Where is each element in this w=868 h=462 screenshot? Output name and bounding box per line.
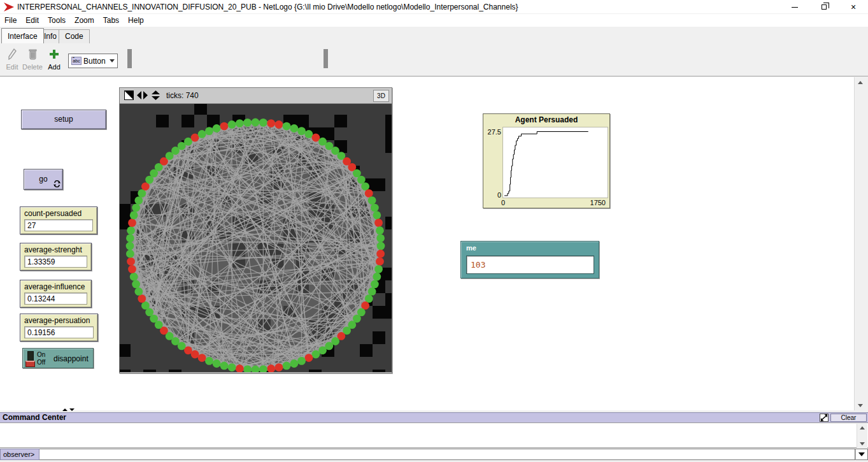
view-corner-icon[interactable] — [124, 90, 134, 100]
plot-agent-persuaded: Agent Persuaded 27.5 0 0 1750 — [483, 113, 610, 208]
command-center-header: Command Center Clear — [0, 412, 868, 422]
minimize-button[interactable] — [780, 0, 809, 14]
restore-icon — [822, 4, 827, 10]
window-title: INTERPERSONAL_CHANNELS_INNOVATION_DIFFUS… — [17, 3, 518, 11]
scroll-down-button[interactable] — [857, 440, 867, 448]
switch-off-label: Off — [37, 359, 45, 366]
command-input[interactable] — [39, 449, 855, 460]
menu-file[interactable]: File — [0, 14, 21, 27]
menu-bar: File Edit Tools Zoom Tabs Help — [0, 14, 868, 27]
forever-icon — [53, 180, 60, 187]
vertical-arrows-icon[interactable] — [151, 90, 160, 100]
chevron-down-icon — [858, 452, 865, 456]
toolbar-separator — [127, 49, 132, 68]
plot-line-canvas — [503, 127, 608, 198]
clear-button[interactable]: Clear — [830, 414, 867, 422]
input-label: me — [461, 242, 599, 252]
interface-canvas: setup go count-persuaded 27 average-stre… — [0, 77, 854, 410]
menu-edit[interactable]: Edit — [21, 14, 43, 27]
edit-widget-button[interactable]: Edit — [4, 48, 20, 71]
widget-type-select[interactable]: abc Button — [68, 54, 118, 68]
command-center-title: Command Center — [0, 413, 868, 422]
switch-handle[interactable] — [25, 361, 35, 367]
scroll-up-button[interactable] — [857, 424, 867, 432]
splitter-up-icon[interactable] — [62, 408, 68, 411]
netlogo-logo-icon — [4, 3, 14, 11]
main-vertical-scrollbar[interactable] — [854, 77, 866, 410]
tab-strip: Interface Info Code — [0, 28, 868, 43]
y-axis-max-label: 27.5 — [485, 128, 501, 136]
chevron-down-icon — [110, 59, 115, 62]
3d-button[interactable]: 3D — [373, 90, 389, 102]
close-button[interactable]: × — [839, 0, 868, 14]
arrow-down-icon — [858, 404, 863, 407]
widget-type-value: Button — [83, 57, 110, 66]
plot-area — [502, 127, 608, 198]
view-header: ticks: 740 3D — [120, 88, 392, 104]
network-canvas[interactable] — [120, 104, 392, 372]
add-widget-button[interactable]: Add — [46, 48, 62, 71]
monitor-value: 0.19156 — [24, 326, 94, 338]
tab-code[interactable]: Code — [59, 29, 90, 43]
monitor-count-persuaded: count-persuaded 27 — [20, 206, 97, 235]
monitor-value: 27 — [24, 219, 93, 231]
go-label: go — [39, 175, 47, 184]
monitor-average-persuation: average-persuation 0.19156 — [20, 314, 98, 342]
plus-icon — [49, 48, 59, 60]
monitor-label: count-persuaded — [20, 207, 97, 219]
ticks-counter: ticks: 740 — [166, 91, 199, 100]
switch-label: disappoint — [53, 354, 89, 363]
delete-widget-button[interactable]: Delete — [22, 48, 43, 71]
scroll-down-button[interactable] — [855, 400, 866, 410]
arrow-down-icon — [860, 442, 865, 445]
monitor-label: average-influence — [20, 280, 91, 292]
scroll-up-button[interactable] — [855, 77, 866, 87]
toolbar-separator — [324, 49, 328, 68]
command-center-prompt-row: observer> — [0, 449, 868, 460]
restore-button[interactable] — [809, 0, 839, 14]
splitter-down-icon[interactable] — [69, 408, 75, 411]
command-center-output[interactable] — [0, 422, 868, 448]
monitor-label: average-strenght — [20, 243, 91, 255]
close-icon: × — [851, 3, 856, 11]
menu-zoom[interactable]: Zoom — [70, 14, 99, 27]
x-axis-min-label: 0 — [501, 199, 505, 206]
command-center-expand-button[interactable] — [820, 414, 829, 422]
output-scrollbar[interactable] — [857, 424, 867, 448]
menu-tabs[interactable]: Tabs — [99, 14, 124, 27]
add-label: Add — [46, 63, 62, 71]
monitor-average-strenght: average-strenght 1.33359 — [20, 243, 92, 271]
setup-button[interactable]: setup — [21, 110, 106, 129]
title-bar: INTERPERSONAL_CHANNELS_INNOVATION_DIFFUS… — [0, 0, 868, 14]
monitor-value: 1.33359 — [24, 256, 87, 268]
switch-disappoint[interactable]: On Off disappoint — [22, 348, 94, 368]
x-axis-max-label: 1750 — [590, 199, 606, 206]
tab-interface[interactable]: Interface — [1, 28, 44, 43]
arrow-up-icon — [860, 426, 865, 430]
command-history-dropdown[interactable] — [855, 449, 868, 460]
go-button[interactable]: go — [24, 169, 63, 190]
input-box-me: me 103 — [460, 241, 599, 278]
observer-prompt[interactable]: observer> — [0, 449, 39, 460]
interface-toolbar: Edit Delete Add abc Button normal speed … — [0, 43, 868, 76]
pencil-icon — [8, 48, 17, 60]
button-widget-icon: abc — [71, 57, 82, 65]
minimize-icon — [792, 7, 798, 8]
plot-title: Agent Persuaded — [483, 114, 609, 124]
menu-tools[interactable]: Tools — [43, 14, 70, 27]
monitor-label: average-persuation — [20, 314, 97, 326]
arrow-up-icon — [858, 81, 863, 84]
trash-icon — [29, 48, 37, 60]
input-value-field[interactable]: 103 — [466, 256, 594, 274]
monitor-average-influence: average-influence 0.13244 — [20, 280, 92, 308]
delete-label: Delete — [22, 63, 43, 71]
netlogo-app: { "window": { "title": "INTERPERSONAL_CH… — [0, 0, 868, 462]
y-axis-min-label: 0 — [485, 191, 501, 199]
switch-on-label: On — [37, 351, 45, 358]
expand-diagonal-icon — [820, 414, 828, 421]
monitor-value: 0.13244 — [24, 292, 87, 305]
world-view[interactable]: ticks: 740 3D — [119, 87, 392, 373]
edit-label: Edit — [4, 63, 20, 71]
horizontal-arrows-icon[interactable] — [137, 90, 148, 100]
menu-help[interactable]: Help — [124, 14, 148, 27]
